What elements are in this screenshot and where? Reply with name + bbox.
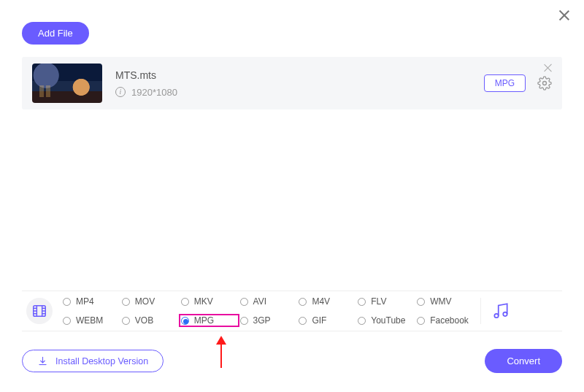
radio-icon — [63, 298, 71, 306]
video-category-icon[interactable] — [26, 298, 53, 324]
radio-icon — [63, 317, 71, 325]
radio-icon — [240, 317, 248, 325]
svg-point-10 — [494, 314, 498, 318]
format-label: VOB — [135, 315, 153, 326]
format-label: M4V — [312, 296, 330, 307]
format-label: Facebook — [430, 315, 469, 326]
window-close-icon[interactable] — [558, 9, 571, 22]
install-desktop-button[interactable]: Install Desktop Version — [22, 350, 164, 372]
format-label: 3GP — [253, 315, 271, 326]
radio-icon — [122, 317, 130, 325]
format-option-webm[interactable]: WEBM — [61, 315, 120, 326]
format-label: WMV — [430, 296, 451, 307]
format-label: MP4 — [76, 296, 94, 307]
file-resolution-row: i 1920*1080 — [115, 87, 177, 98]
radio-icon — [417, 317, 425, 325]
format-label: AVI — [253, 296, 266, 307]
format-option-mp4[interactable]: MP4 — [61, 296, 120, 307]
format-option-avi[interactable]: AVI — [239, 296, 298, 307]
svg-point-0 — [543, 82, 547, 85]
format-bar: MP4MOVMKVAVIM4VFLVWMVWEBMVOBMPG3GPGIFYou… — [22, 291, 562, 331]
radio-icon — [358, 317, 366, 325]
file-meta: MTS.mts i 1920*1080 — [115, 69, 177, 98]
info-icon[interactable]: i — [115, 87, 126, 97]
file-name: MTS.mts — [115, 69, 177, 81]
format-option-youtube[interactable]: YouTube — [356, 315, 415, 326]
file-card: MTS.mts i 1920*1080 MPG — [22, 57, 562, 109]
download-icon — [37, 356, 48, 366]
format-option-3gp[interactable]: 3GP — [239, 315, 298, 326]
radio-icon — [417, 298, 425, 306]
radio-icon — [181, 317, 189, 325]
output-format-badge[interactable]: MPG — [484, 74, 526, 92]
format-option-flv[interactable]: FLV — [356, 296, 415, 307]
format-option-m4v[interactable]: M4V — [297, 296, 356, 307]
add-file-button[interactable]: Add File — [22, 22, 89, 45]
radio-icon — [299, 298, 307, 306]
format-option-mpg[interactable]: MPG — [180, 315, 239, 326]
radio-icon — [240, 298, 248, 306]
format-option-vob[interactable]: VOB — [120, 315, 180, 326]
format-label: WEBM — [76, 315, 103, 326]
radio-icon — [122, 298, 130, 306]
format-option-facebook[interactable]: Facebook — [415, 315, 474, 326]
format-label: GIF — [312, 315, 326, 326]
remove-file-icon[interactable] — [543, 63, 553, 73]
svg-point-11 — [503, 312, 507, 316]
video-thumbnail — [32, 64, 102, 103]
format-label: MPG — [194, 315, 214, 326]
format-label: FLV — [371, 296, 386, 307]
convert-button[interactable]: Convert — [485, 349, 562, 373]
gear-icon[interactable] — [537, 76, 552, 91]
format-option-mkv[interactable]: MKV — [180, 296, 239, 307]
format-label: MKV — [194, 296, 213, 307]
format-label: MOV — [135, 296, 155, 307]
format-option-gif[interactable]: GIF — [297, 315, 356, 326]
format-label: YouTube — [371, 315, 405, 326]
radio-icon — [299, 317, 307, 325]
install-desktop-label: Install Desktop Version — [55, 356, 148, 366]
audio-category-icon[interactable] — [491, 301, 510, 320]
formats-grid: MP4MOVMKVAVIM4VFLVWMVWEBMVOBMPG3GPGIFYou… — [61, 293, 474, 328]
radio-icon — [358, 298, 366, 306]
format-option-wmv[interactable]: WMV — [415, 296, 474, 307]
format-option-mov[interactable]: MOV — [120, 296, 180, 307]
radio-icon — [181, 298, 189, 306]
file-resolution: 1920*1080 — [131, 87, 177, 98]
footer: Install Desktop Version Convert — [22, 349, 562, 373]
separator — [480, 298, 481, 324]
svg-marker-13 — [216, 336, 226, 345]
